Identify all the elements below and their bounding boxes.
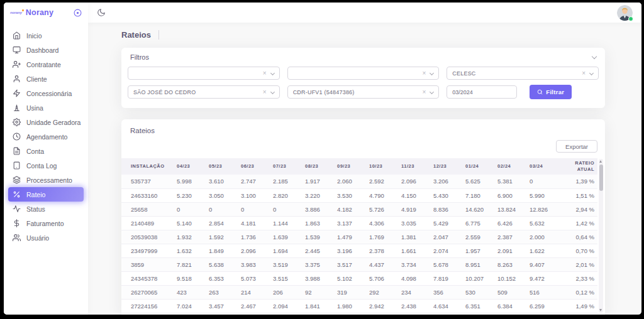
cell-instalacao: 24633160 [121,188,177,202]
filters-card: Filtros × × CELESC [121,48,605,108]
sidebar-item-inicio[interactable]: Inicio [4,28,88,43]
filters-title: Filtros [130,53,149,61]
cell-value: 2.060 [337,175,369,188]
cell-value: 2.592 [369,175,401,188]
clear-icon[interactable]: × [423,70,426,77]
cell-rateio-atual: 2,33 % [562,271,597,285]
sidebar-item-usuario[interactable]: Usuário [4,230,88,245]
cell-value: 7.821 [177,257,209,271]
table-row: 246331605.2303.0503.1002.8203.2203.5304.… [121,188,597,202]
activity-icon [13,205,21,213]
cell-value: 2.438 [401,299,433,313]
page-title: Rateios [121,30,151,40]
export-button[interactable]: Exportar [556,140,597,153]
cell-value: 5.429 [433,216,465,230]
scroll-down-icon[interactable] [599,309,602,311]
table-row: 243453789.5186.3535.0733.5153.9885.1025.… [121,271,597,285]
filter-select-usina[interactable]: CDR-UFV1 (54847386) × [287,85,440,99]
cell-value: 5.102 [337,271,369,285]
sidebar-item-usina[interactable]: Usina [4,100,88,115]
cell-value: 10.207 [465,271,497,285]
sidebar-item-agendamento[interactable]: Agendamento [4,129,88,144]
table-scrollbar[interactable] [599,159,603,313]
sidebar-item-rateio[interactable]: Rateio [8,187,84,202]
collapse-chevron-icon[interactable] [592,53,597,58]
cell-value: 0 [209,202,241,216]
column-header: 11/23 [401,158,433,175]
sidebar-item-cliente[interactable]: Cliente [4,72,88,86]
cell-value: 2.091 [497,244,530,257]
cell-value: 2.747 [241,175,273,188]
cell-value: 3.886 [305,202,337,216]
cell-value: 5.381 [497,175,530,188]
filter-select-1[interactable]: × [128,67,280,80]
table-row: 2627006542326321420692319292234356530509… [121,285,597,299]
cell-value: 4.182 [337,202,369,216]
cell-rateio-atual: 1,51 % [562,188,597,202]
brand-logo-icon: norany [10,11,22,14]
filter-select-cidade[interactable]: SÃO JOSÉ DO CEDRO × [128,85,280,99]
user-icon [13,75,21,83]
filter-select-concessionaria[interactable]: CELESC × [447,67,599,80]
cell-value: 3.610 [209,175,241,188]
scrollbar-thumb[interactable] [599,165,603,191]
cell-value: 9.407 [530,257,562,271]
cell-value: 4.437 [369,257,401,271]
clear-icon[interactable]: × [263,89,267,95]
cell-value: 1.479 [337,230,369,244]
sidebar-item-concessionaria[interactable]: Concessionária [4,86,88,100]
cell-value: 5.998 [177,175,209,188]
sidebar-item-label: Usuário [26,234,49,242]
cell-value: 2.378 [369,244,401,257]
scroll-up-icon[interactable] [599,160,602,163]
rateios-table-card: Rateios Exportar INSTALAÇÃO04/2305/2306/… [121,119,605,315]
sidebar-item-conta[interactable]: Conta [4,144,88,158]
clear-icon[interactable]: × [422,89,426,95]
cell-value: 2.074 [433,244,465,257]
cell-value: 4.181 [241,216,273,230]
zap-icon [13,89,21,97]
sidebar-item-status[interactable]: Status [4,202,88,216]
user-avatar[interactable] [617,5,633,21]
cell-value: 1.769 [369,230,401,244]
clear-icon[interactable]: × [582,70,586,77]
cell-value: 5.625 [465,175,497,188]
cell-value: 5.706 [369,271,401,285]
filtrar-button[interactable]: Filtrar [530,85,572,99]
column-header: 07/23 [273,158,305,175]
cell-value: 5.230 [177,188,209,202]
sidebar-item-label: Conta Log [26,162,57,170]
cell-value: 4.919 [401,202,433,216]
sidebar-item-dashboard[interactable]: Dashboard [4,43,88,57]
cell-value: 6.426 [497,216,530,230]
cell-value: 1.841 [305,299,337,313]
cell-value: 3.220 [305,188,337,202]
online-status-dot [628,16,633,21]
app-window: norany Norany InicioDashboardContratante… [4,3,641,315]
cell-instalacao: 24345378 [121,271,177,285]
chevron-down-icon [270,90,275,94]
sidebar-item-contratante[interactable]: Contratante [4,57,88,72]
sidebar-item-unidade-geradora[interactable]: Unidade Geradora [4,115,88,129]
period-input[interactable] [447,85,517,99]
clear-icon[interactable]: × [263,70,267,77]
cell-value: 0 [241,202,273,216]
cell-value: 516 [530,285,562,299]
cell-value: 319 [337,285,369,299]
sidebar-pin-icon[interactable] [74,9,82,17]
cell-value: 0 [273,202,305,216]
sidebar-item-conta-log[interactable]: Conta Log [4,158,88,173]
filter-select-2[interactable]: × [287,67,440,80]
sidebar-item-label: Dashboard [26,46,58,54]
cell-value: 5.726 [369,202,401,216]
sidebar-item-processamento[interactable]: Processamento [4,173,88,187]
dark-mode-toggle-moon-icon[interactable] [97,8,106,17]
cell-value: 2.096 [401,175,433,188]
sidebar-item-label: Contratante [26,61,61,68]
cell-instalacao: 2140489 [121,216,177,230]
user-plus-icon [13,60,21,68]
sidebar-item-faturamento[interactable]: Faturamento [4,216,88,230]
cell-value: 2.185 [273,175,305,188]
cell-value: 5.678 [433,257,465,271]
column-header: 09/23 [337,158,369,175]
